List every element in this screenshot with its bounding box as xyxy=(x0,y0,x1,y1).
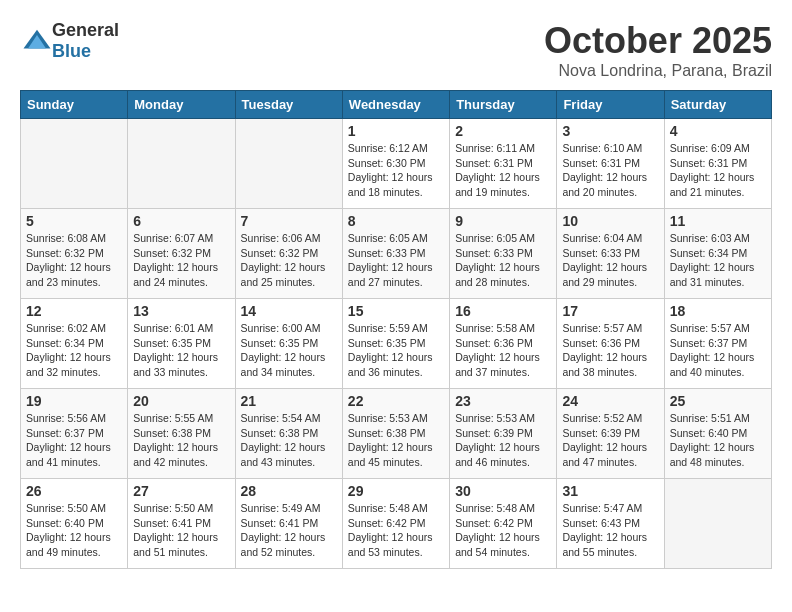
day-info: Sunrise: 5:54 AMSunset: 6:38 PMDaylight:… xyxy=(241,411,337,470)
month-title: October 2025 xyxy=(544,20,772,62)
day-info: Sunrise: 5:51 AMSunset: 6:40 PMDaylight:… xyxy=(670,411,766,470)
day-number: 1 xyxy=(348,123,444,139)
day-number: 18 xyxy=(670,303,766,319)
day-info: Sunrise: 6:03 AMSunset: 6:34 PMDaylight:… xyxy=(670,231,766,290)
day-number: 10 xyxy=(562,213,658,229)
day-info: Sunrise: 5:50 AMSunset: 6:41 PMDaylight:… xyxy=(133,501,229,560)
day-number: 5 xyxy=(26,213,122,229)
day-info: Sunrise: 5:53 AMSunset: 6:39 PMDaylight:… xyxy=(455,411,551,470)
day-number: 28 xyxy=(241,483,337,499)
weekday-header-row: SundayMondayTuesdayWednesdayThursdayFrid… xyxy=(21,91,772,119)
day-number: 26 xyxy=(26,483,122,499)
calendar-cell: 8Sunrise: 6:05 AMSunset: 6:33 PMDaylight… xyxy=(342,209,449,299)
day-number: 15 xyxy=(348,303,444,319)
calendar-week-row: 5Sunrise: 6:08 AMSunset: 6:32 PMDaylight… xyxy=(21,209,772,299)
day-info: Sunrise: 6:06 AMSunset: 6:32 PMDaylight:… xyxy=(241,231,337,290)
day-number: 16 xyxy=(455,303,551,319)
day-number: 20 xyxy=(133,393,229,409)
day-number: 21 xyxy=(241,393,337,409)
calendar-cell: 28Sunrise: 5:49 AMSunset: 6:41 PMDayligh… xyxy=(235,479,342,569)
calendar-cell: 27Sunrise: 5:50 AMSunset: 6:41 PMDayligh… xyxy=(128,479,235,569)
day-info: Sunrise: 6:08 AMSunset: 6:32 PMDaylight:… xyxy=(26,231,122,290)
calendar-cell: 7Sunrise: 6:06 AMSunset: 6:32 PMDaylight… xyxy=(235,209,342,299)
day-info: Sunrise: 6:01 AMSunset: 6:35 PMDaylight:… xyxy=(133,321,229,380)
day-info: Sunrise: 5:48 AMSunset: 6:42 PMDaylight:… xyxy=(455,501,551,560)
day-info: Sunrise: 5:59 AMSunset: 6:35 PMDaylight:… xyxy=(348,321,444,380)
calendar-cell: 24Sunrise: 5:52 AMSunset: 6:39 PMDayligh… xyxy=(557,389,664,479)
day-number: 31 xyxy=(562,483,658,499)
logo-text: General Blue xyxy=(52,20,119,62)
day-info: Sunrise: 5:57 AMSunset: 6:36 PMDaylight:… xyxy=(562,321,658,380)
calendar-cell: 18Sunrise: 5:57 AMSunset: 6:37 PMDayligh… xyxy=(664,299,771,389)
calendar-cell: 26Sunrise: 5:50 AMSunset: 6:40 PMDayligh… xyxy=(21,479,128,569)
day-number: 22 xyxy=(348,393,444,409)
calendar-cell: 16Sunrise: 5:58 AMSunset: 6:36 PMDayligh… xyxy=(450,299,557,389)
calendar-cell xyxy=(128,119,235,209)
calendar-cell: 19Sunrise: 5:56 AMSunset: 6:37 PMDayligh… xyxy=(21,389,128,479)
calendar-cell: 4Sunrise: 6:09 AMSunset: 6:31 PMDaylight… xyxy=(664,119,771,209)
calendar-cell: 5Sunrise: 6:08 AMSunset: 6:32 PMDaylight… xyxy=(21,209,128,299)
day-number: 7 xyxy=(241,213,337,229)
day-info: Sunrise: 5:55 AMSunset: 6:38 PMDaylight:… xyxy=(133,411,229,470)
day-number: 13 xyxy=(133,303,229,319)
day-number: 3 xyxy=(562,123,658,139)
logo-general: General xyxy=(52,20,119,40)
day-info: Sunrise: 5:58 AMSunset: 6:36 PMDaylight:… xyxy=(455,321,551,380)
day-info: Sunrise: 6:12 AMSunset: 6:30 PMDaylight:… xyxy=(348,141,444,200)
calendar-cell xyxy=(235,119,342,209)
day-number: 2 xyxy=(455,123,551,139)
day-number: 30 xyxy=(455,483,551,499)
day-info: Sunrise: 6:04 AMSunset: 6:33 PMDaylight:… xyxy=(562,231,658,290)
day-info: Sunrise: 6:07 AMSunset: 6:32 PMDaylight:… xyxy=(133,231,229,290)
calendar-cell: 1Sunrise: 6:12 AMSunset: 6:30 PMDaylight… xyxy=(342,119,449,209)
calendar-cell: 23Sunrise: 5:53 AMSunset: 6:39 PMDayligh… xyxy=(450,389,557,479)
calendar-cell: 20Sunrise: 5:55 AMSunset: 6:38 PMDayligh… xyxy=(128,389,235,479)
calendar-cell: 12Sunrise: 6:02 AMSunset: 6:34 PMDayligh… xyxy=(21,299,128,389)
calendar-cell: 31Sunrise: 5:47 AMSunset: 6:43 PMDayligh… xyxy=(557,479,664,569)
day-number: 23 xyxy=(455,393,551,409)
day-info: Sunrise: 5:57 AMSunset: 6:37 PMDaylight:… xyxy=(670,321,766,380)
day-info: Sunrise: 5:56 AMSunset: 6:37 PMDaylight:… xyxy=(26,411,122,470)
calendar-cell xyxy=(664,479,771,569)
day-info: Sunrise: 5:53 AMSunset: 6:38 PMDaylight:… xyxy=(348,411,444,470)
day-number: 14 xyxy=(241,303,337,319)
calendar-table: SundayMondayTuesdayWednesdayThursdayFrid… xyxy=(20,90,772,569)
page-header: General Blue October 2025 Nova Londrina,… xyxy=(20,20,772,80)
day-info: Sunrise: 6:00 AMSunset: 6:35 PMDaylight:… xyxy=(241,321,337,380)
calendar-cell: 15Sunrise: 5:59 AMSunset: 6:35 PMDayligh… xyxy=(342,299,449,389)
day-number: 27 xyxy=(133,483,229,499)
calendar-cell xyxy=(21,119,128,209)
weekday-header: Sunday xyxy=(21,91,128,119)
day-info: Sunrise: 5:52 AMSunset: 6:39 PMDaylight:… xyxy=(562,411,658,470)
day-info: Sunrise: 6:09 AMSunset: 6:31 PMDaylight:… xyxy=(670,141,766,200)
day-number: 19 xyxy=(26,393,122,409)
day-number: 25 xyxy=(670,393,766,409)
day-number: 29 xyxy=(348,483,444,499)
day-info: Sunrise: 5:50 AMSunset: 6:40 PMDaylight:… xyxy=(26,501,122,560)
day-number: 6 xyxy=(133,213,229,229)
calendar-week-row: 1Sunrise: 6:12 AMSunset: 6:30 PMDaylight… xyxy=(21,119,772,209)
calendar-cell: 3Sunrise: 6:10 AMSunset: 6:31 PMDaylight… xyxy=(557,119,664,209)
day-number: 9 xyxy=(455,213,551,229)
day-number: 12 xyxy=(26,303,122,319)
day-number: 11 xyxy=(670,213,766,229)
weekday-header: Wednesday xyxy=(342,91,449,119)
calendar-cell: 11Sunrise: 6:03 AMSunset: 6:34 PMDayligh… xyxy=(664,209,771,299)
weekday-header: Tuesday xyxy=(235,91,342,119)
logo-icon xyxy=(22,26,52,56)
location-title: Nova Londrina, Parana, Brazil xyxy=(544,62,772,80)
calendar-cell: 22Sunrise: 5:53 AMSunset: 6:38 PMDayligh… xyxy=(342,389,449,479)
logo-blue: Blue xyxy=(52,41,91,61)
calendar-cell: 25Sunrise: 5:51 AMSunset: 6:40 PMDayligh… xyxy=(664,389,771,479)
day-info: Sunrise: 6:10 AMSunset: 6:31 PMDaylight:… xyxy=(562,141,658,200)
day-number: 17 xyxy=(562,303,658,319)
calendar-cell: 29Sunrise: 5:48 AMSunset: 6:42 PMDayligh… xyxy=(342,479,449,569)
day-info: Sunrise: 6:02 AMSunset: 6:34 PMDaylight:… xyxy=(26,321,122,380)
calendar-cell: 6Sunrise: 6:07 AMSunset: 6:32 PMDaylight… xyxy=(128,209,235,299)
weekday-header: Thursday xyxy=(450,91,557,119)
day-info: Sunrise: 6:11 AMSunset: 6:31 PMDaylight:… xyxy=(455,141,551,200)
day-number: 24 xyxy=(562,393,658,409)
calendar-cell: 13Sunrise: 6:01 AMSunset: 6:35 PMDayligh… xyxy=(128,299,235,389)
day-number: 8 xyxy=(348,213,444,229)
calendar-cell: 9Sunrise: 6:05 AMSunset: 6:33 PMDaylight… xyxy=(450,209,557,299)
